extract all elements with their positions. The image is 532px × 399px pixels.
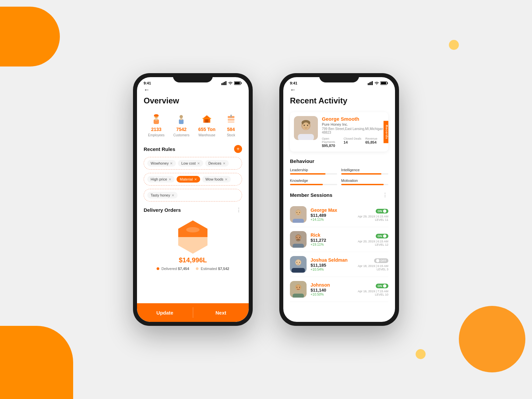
session-info-rick: Rick $11,272 +19.11% bbox=[311, 232, 354, 246]
bottom-bar: Update Next bbox=[137, 303, 249, 322]
estimated-legend: Estimated $7,542 bbox=[196, 267, 229, 271]
session-level-george-max: LEVEL 11 bbox=[358, 218, 388, 221]
hex-chart bbox=[144, 217, 242, 254]
toggle-dot-joshua bbox=[376, 259, 379, 262]
bg-decor-yellow-bottom-right bbox=[416, 349, 426, 359]
customers-number: 7542 bbox=[176, 127, 187, 132]
delivered-dot bbox=[157, 267, 159, 270]
tag-material[interactable]: Material ✕ bbox=[177, 176, 200, 183]
stock-number: 584 bbox=[227, 127, 235, 132]
session-toggle-johnson[interactable]: ON bbox=[376, 284, 389, 288]
sessions-more[interactable]: ⋮ bbox=[382, 192, 388, 198]
session-toggle-rick[interactable]: ON bbox=[376, 234, 389, 238]
stat-stock: 584 Stock bbox=[224, 112, 238, 137]
svg-point-46 bbox=[297, 212, 297, 213]
rules-group-1: Wowhoney ✕ Low cost ✕ Devices ✕ bbox=[144, 157, 242, 170]
add-rule-button[interactable]: + bbox=[234, 145, 242, 153]
update-button[interactable]: Update bbox=[137, 303, 193, 322]
delivery-more[interactable]: ⋮ bbox=[236, 207, 242, 213]
tag-wow-foods-remove[interactable]: ✕ bbox=[225, 178, 227, 181]
toggle-label-rick: ON bbox=[378, 234, 382, 238]
tag-devices-remove[interactable]: ✕ bbox=[223, 162, 225, 165]
svg-point-40 bbox=[304, 125, 305, 126]
delivery-legend: Delivered $7,454 Estimated $7,542 bbox=[144, 267, 242, 271]
svg-rect-10 bbox=[155, 118, 158, 120]
behaviour-leadership: Leadership bbox=[290, 168, 337, 175]
svg-rect-54 bbox=[293, 244, 304, 248]
tag-devices[interactable]: Devices ✕ bbox=[205, 160, 229, 167]
session-name-rick: Rick bbox=[311, 232, 354, 238]
back-button-right[interactable]: ← bbox=[290, 86, 388, 93]
signal-icon bbox=[221, 81, 227, 85]
tag-wowhoney-remove[interactable]: ✕ bbox=[170, 162, 173, 165]
session-date-joshua: Apr 18, 2019 | 6:15 AM bbox=[358, 264, 388, 268]
session-info-george-max: George Max $11,489 +14.11% bbox=[311, 207, 354, 221]
svg-rect-14 bbox=[179, 119, 184, 124]
warehouse-label: Warehouse bbox=[199, 133, 215, 137]
behaviour-title: Behaviour bbox=[290, 158, 388, 164]
svg-rect-31 bbox=[372, 81, 373, 85]
status-icons-right bbox=[368, 81, 388, 85]
behaviour-knowledge: Knowledge bbox=[290, 179, 337, 185]
open-payments-label: Open Payments bbox=[322, 137, 341, 144]
session-amount-george-max: $11,489 bbox=[311, 213, 354, 218]
delivered-value: $7,454 bbox=[178, 267, 189, 271]
next-button[interactable]: Next bbox=[193, 303, 249, 322]
session-name-johnson: Johnson bbox=[311, 282, 354, 288]
tag-wowhoney[interactable]: Wowhoney ✕ bbox=[147, 160, 176, 167]
activity-title: Recent Activity bbox=[290, 96, 388, 105]
battery-icon bbox=[234, 81, 242, 85]
svg-rect-23 bbox=[230, 115, 232, 117]
tag-high-price[interactable]: High price ✕ bbox=[147, 176, 175, 183]
svg-rect-2 bbox=[224, 82, 225, 85]
session-level-joshua: LEVEL 3 bbox=[358, 268, 388, 271]
session-name-joshua: Joshua Seldman bbox=[311, 257, 354, 263]
svg-rect-22 bbox=[228, 121, 234, 123]
revenue-label: Revenue bbox=[365, 137, 384, 140]
svg-point-59 bbox=[297, 262, 297, 263]
status-time-left: 9:41 bbox=[144, 81, 151, 85]
customers-label: Customers bbox=[173, 133, 189, 137]
tag-material-remove[interactable]: ✕ bbox=[194, 178, 197, 181]
records-badge[interactable]: Records bbox=[383, 121, 388, 143]
recent-rules-title: Recent Rules bbox=[144, 146, 175, 152]
tag-high-price-label: High price bbox=[151, 177, 167, 181]
leadership-fill bbox=[290, 173, 326, 175]
toggle-label-joshua: OFF bbox=[380, 259, 386, 262]
open-payments-value: $95,870 bbox=[322, 144, 341, 148]
tag-low-cost-remove[interactable]: ✕ bbox=[197, 162, 200, 165]
session-name-george-max: George Max bbox=[311, 207, 354, 213]
svg-rect-28 bbox=[368, 83, 369, 85]
motivation-fill bbox=[341, 184, 384, 185]
session-level-rick: LEVEL 12 bbox=[358, 243, 388, 246]
svg-rect-30 bbox=[370, 82, 371, 85]
open-payments: Open Payments $95,870 bbox=[322, 137, 341, 148]
signal-icon-right bbox=[368, 81, 373, 85]
svg-rect-19 bbox=[202, 118, 211, 119]
tag-high-price-remove[interactable]: ✕ bbox=[169, 178, 171, 181]
session-toggle-joshua[interactable]: OFF bbox=[374, 258, 388, 263]
motivation-label: Motivation bbox=[341, 179, 388, 183]
leadership-bar bbox=[290, 173, 337, 175]
svg-point-39 bbox=[303, 122, 309, 130]
svg-point-52 bbox=[297, 237, 297, 238]
session-date-johnson: Apr 16, 2019 | 7:15 AM bbox=[358, 290, 388, 293]
customer-icon bbox=[175, 112, 188, 125]
tag-tasty-honey[interactable]: Tasty honey ✕ bbox=[147, 192, 178, 199]
right-screen-content: ← Recent Activity bbox=[283, 86, 395, 322]
session-toggle-george-max[interactable]: ON bbox=[376, 209, 389, 213]
delivery-header: Delivery Orders ⋮ bbox=[144, 207, 242, 213]
svg-point-27 bbox=[186, 227, 200, 232]
behaviour-grid: Leadership Intelligence Knowledge bbox=[290, 168, 388, 185]
svg-rect-12 bbox=[154, 115, 159, 116]
back-button-left[interactable]: ← bbox=[144, 86, 242, 93]
tag-tasty-honey-remove[interactable]: ✕ bbox=[172, 194, 174, 197]
tag-wow-foods[interactable]: Wow foods ✕ bbox=[202, 176, 231, 183]
svg-rect-21 bbox=[228, 119, 234, 121]
session-level-johnson: LEVEL 10 bbox=[358, 293, 388, 296]
svg-rect-5 bbox=[241, 82, 242, 84]
delivered-label: Delivered bbox=[162, 267, 177, 271]
tag-low-cost[interactable]: Low cost ✕ bbox=[178, 160, 203, 167]
bg-decor-top-left bbox=[0, 7, 60, 66]
toggle-label-johnson: ON bbox=[378, 284, 382, 288]
